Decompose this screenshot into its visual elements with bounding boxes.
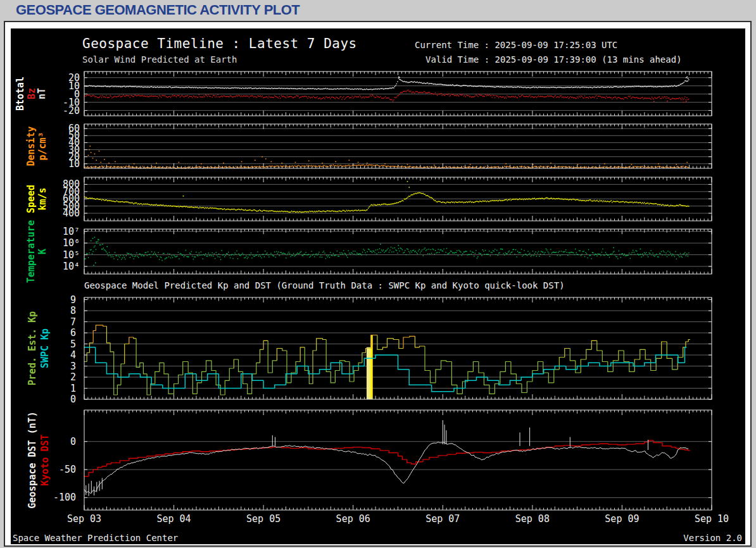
svg-text:2: 2	[70, 371, 76, 383]
geospace-chart: 20100-10-20BtotalBznT605040302010Density…	[0, 0, 756, 548]
svg-text:10⁷: 10⁷	[63, 226, 80, 237]
svg-text:Kyoto DST: Kyoto DST	[39, 434, 51, 485]
svg-text:-100: -100	[53, 492, 76, 503]
svg-text:8: 8	[70, 305, 76, 316]
section2-title: Geospace Model Predicted Kp and DST (Gro…	[84, 281, 565, 290]
svg-text:10⁵: 10⁵	[63, 249, 80, 261]
svg-text:nT: nT	[36, 88, 47, 99]
svg-text:10: 10	[68, 158, 80, 170]
svg-text:9: 9	[70, 294, 76, 306]
svg-text:400: 400	[63, 208, 80, 219]
svg-text:-50: -50	[59, 464, 76, 475]
svg-text:Speed: Speed	[25, 185, 37, 213]
svg-text:10⁶: 10⁶	[63, 237, 80, 249]
svg-text:Geospace DST (nT): Geospace DST (nT)	[27, 411, 38, 509]
svg-text:7: 7	[70, 316, 76, 328]
svg-text:Temperature: Temperature	[25, 220, 37, 283]
svg-text:5: 5	[70, 339, 76, 350]
svg-text:km/s: km/s	[37, 187, 48, 210]
svg-text:SWPC Kp: SWPC Kp	[39, 328, 51, 368]
svg-text:0: 0	[70, 436, 76, 447]
page: { "header": { "title": "GEOSPACE GEOMAGN…	[0, 0, 756, 548]
svg-text:6: 6	[70, 327, 76, 339]
svg-text:1: 1	[70, 383, 76, 394]
svg-text:Btotal: Btotal	[15, 77, 26, 111]
svg-text:Density: Density	[25, 126, 37, 166]
svg-text:p/cm³: p/cm³	[37, 132, 48, 160]
valid-time: Valid Time : 2025-09-09 17:39:00 (13 min…	[425, 55, 682, 64]
svg-text:Sep 08: Sep 08	[515, 513, 550, 525]
svg-text:Sep 07: Sep 07	[425, 513, 460, 525]
svg-text:4: 4	[70, 349, 76, 361]
svg-text:K: K	[37, 249, 48, 254]
svg-text:10⁴: 10⁴	[63, 261, 80, 272]
svg-text:3: 3	[70, 361, 76, 372]
footer-version: Version 2.0	[683, 533, 742, 542]
svg-text:Sep 04: Sep 04	[156, 513, 191, 525]
current-time: Current Time : 2025-09-09 17:25:03 UTC	[415, 40, 617, 49]
svg-text:0: 0	[70, 394, 76, 405]
plot-subtitle: Solar Wind Predicted at Earth	[82, 55, 237, 64]
svg-text:Pred. Est. Kp: Pred. Est. Kp	[27, 311, 38, 385]
svg-text:Sep 05: Sep 05	[246, 513, 280, 525]
svg-text:Sep 06: Sep 06	[336, 513, 370, 525]
svg-text:-20: -20	[63, 105, 80, 116]
plot-title: Geospace Timeline : Latest 7 Days	[82, 37, 357, 51]
svg-text:Sep 09: Sep 09	[605, 513, 639, 525]
svg-text:Sep 10: Sep 10	[695, 513, 729, 525]
footer-credit: Space Weather Prediction Center	[13, 533, 178, 542]
svg-text:Sep 03: Sep 03	[67, 513, 101, 525]
